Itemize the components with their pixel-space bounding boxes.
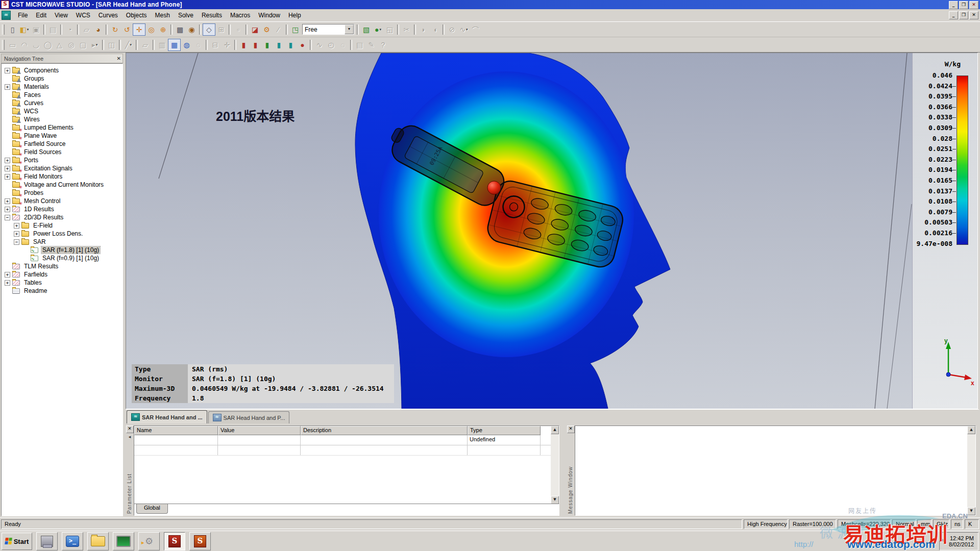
tree-item-voltage-and-current-monitors[interactable]: ✳Voltage and Current Monitors	[2, 181, 122, 189]
parameter-list-close-icon[interactable]: ✕	[126, 425, 134, 433]
mesh-cells-view-icon[interactable]: ▦	[168, 39, 181, 51]
scroll-down-icon[interactable]: ▼	[967, 507, 975, 515]
view-tab-sar-head-hand-and[interactable]: ≈SAR Head Hand and ...	[127, 410, 207, 423]
remote-desktop-launcher[interactable]	[113, 532, 134, 550]
expand-icon[interactable]: +	[5, 198, 10, 204]
scroll-down-icon[interactable]: ▼	[551, 496, 559, 504]
menu-results[interactable]: Results	[198, 10, 226, 20]
expand-icon[interactable]: +	[5, 174, 10, 180]
menu-help[interactable]: Help	[284, 10, 305, 20]
pan-view-icon[interactable]: ✛	[133, 23, 145, 36]
menu-file[interactable]: File	[14, 10, 32, 20]
macro-history-icon[interactable]: ◕	[92, 24, 104, 35]
expand-icon[interactable]: +	[5, 280, 10, 286]
combo-dropdown-icon[interactable]: ▼	[345, 24, 354, 34]
spin-view-icon[interactable]: ↺	[121, 24, 133, 35]
tree-item-curves[interactable]: Curves	[2, 99, 122, 107]
tree-item-materials[interactable]: +Materials	[2, 83, 122, 91]
parameter-list-collapse-icon[interactable]: ◂	[127, 434, 133, 440]
tree-item-readme[interactable]: Readme	[2, 287, 122, 295]
background-material-icon[interactable]: ◍	[181, 39, 192, 51]
tree-item-components[interactable]: +Components	[2, 66, 122, 74]
cst-studio-task-active[interactable]: S	[164, 532, 185, 550]
tree-item-excitation-signals[interactable]: +✳Excitation Signals	[2, 164, 122, 172]
tlm-solver-icon[interactable]: ▮	[250, 39, 261, 51]
column-header-value[interactable]: Value	[218, 426, 301, 435]
tree-item-tlm-results[interactable]: TLM Results	[2, 262, 122, 270]
column-header-type[interactable]: Type	[468, 426, 541, 435]
tree-item-plane-wave[interactable]: ✳Plane Wave	[2, 132, 122, 140]
tree-item-sar[interactable]: −SAR	[2, 238, 122, 246]
view-tab-sar-head-hand-and-p[interactable]: ≈SAR Head Hand and P...	[208, 411, 290, 423]
tree-item-probes[interactable]: ✳Probes	[2, 189, 122, 197]
scroll-up-icon[interactable]: ▲	[551, 426, 559, 434]
toolbar-grip[interactable]	[2, 24, 5, 35]
message-window-close-icon[interactable]: ✕	[567, 425, 575, 433]
menu-macros[interactable]: Macros	[226, 10, 254, 20]
tree-item-mesh-control[interactable]: +✳Mesh Control	[2, 197, 122, 205]
shaded-view-icon[interactable]: ◉	[186, 24, 198, 35]
toolbar-grip[interactable]	[2, 40, 5, 50]
maximize-button[interactable]: ❐	[959, 1, 968, 9]
parameter-table-row[interactable]: Undefined	[134, 435, 559, 445]
tree-item-wcs[interactable]: WCS	[2, 107, 122, 115]
eigenmode-solver-icon[interactable]: ▮	[273, 39, 285, 51]
collapse-icon[interactable]: −	[14, 239, 19, 245]
tree-item-ports[interactable]: +✳Ports	[2, 156, 122, 164]
material-color-icon[interactable]: ◪	[249, 24, 261, 35]
scroll-up-icon[interactable]: ▲	[967, 426, 975, 434]
column-header-name[interactable]: Name	[134, 426, 218, 435]
tree-item-sar-f-0-9-1-10g[interactable]: ∿SAR (f=0.9) [1] (10g)	[2, 254, 122, 262]
tree-item-tables[interactable]: +Tables	[2, 279, 122, 287]
file-explorer-launcher[interactable]	[87, 532, 109, 550]
new-file-icon[interactable]: ▯	[7, 24, 18, 35]
menu-edit[interactable]: Edit	[32, 10, 51, 20]
tree-item-2d-3d-results[interactable]: −2D/3D Results	[2, 213, 122, 221]
tree-item-faces[interactable]: Faces	[2, 91, 122, 99]
menu-curves[interactable]: Curves	[94, 10, 122, 20]
tree-item-wires[interactable]: Wires	[2, 115, 122, 123]
tree-item-groups[interactable]: Groups	[2, 74, 122, 83]
settings-tool-launcher[interactable]: ⚙	[138, 532, 160, 550]
tree-item-power-loss-dens[interactable]: +Power Loss Dens.	[2, 230, 122, 238]
tab-global[interactable]: Global	[136, 504, 168, 514]
menu-mesh[interactable]: Mesh	[151, 10, 174, 20]
cst-studio-task[interactable]: S	[189, 532, 211, 550]
powershell-launcher[interactable]: >_	[62, 532, 83, 550]
expand-icon[interactable]: +	[5, 158, 10, 163]
optimizer-icon[interactable]: ●	[297, 39, 308, 51]
transient-solver-icon[interactable]: ▮	[238, 39, 250, 51]
expand-icon[interactable]: +	[5, 68, 10, 73]
collapse-icon[interactable]: −	[5, 215, 10, 220]
local-wcs-icon[interactable]: ◳	[289, 24, 301, 35]
tree-item-e-field[interactable]: +E-Field	[2, 221, 122, 230]
menu-solve[interactable]: Solve	[174, 10, 198, 20]
menu-window[interactable]: Window	[254, 10, 284, 20]
create-brick-icon[interactable]: ▧	[360, 24, 372, 35]
start-button[interactable]: Start	[2, 533, 32, 550]
open-file-icon[interactable]: ◧▾	[18, 24, 30, 35]
solver-settings-icon[interactable]: ⚙	[261, 24, 273, 35]
menu-objects[interactable]: Objects	[122, 10, 151, 20]
menu-wcs[interactable]: WCS	[72, 10, 94, 20]
3d-viewport[interactable]: 09:25A	[126, 53, 978, 409]
pick-points-icon[interactable]: ◇	[203, 23, 215, 36]
dropdown-caret-icon[interactable]: ▾	[27, 28, 29, 32]
menu-view[interactable]: View	[51, 10, 72, 20]
dropdown-caret-icon[interactable]: ▾	[379, 28, 381, 32]
column-header-description[interactable]: Description	[301, 426, 468, 435]
expand-icon[interactable]: +	[14, 223, 19, 229]
zoom-in-icon[interactable]: ⊕	[157, 24, 169, 35]
tree-item-1d-results[interactable]: +1D Results	[2, 205, 122, 213]
expand-icon[interactable]: +	[5, 272, 10, 278]
close-button[interactable]: ✕	[969, 1, 978, 9]
expand-icon[interactable]: +	[5, 166, 10, 171]
expand-icon[interactable]: +	[5, 207, 10, 212]
parameter-table-scrollbar[interactable]: ▲ ▼	[551, 426, 559, 504]
expand-icon[interactable]: +	[14, 231, 19, 237]
mdi-restore-button[interactable]: ❐	[959, 11, 968, 19]
tree-item-sar-f-1-8-1-10g[interactable]: ∿SAR (f=1.8) [1] (10g)	[2, 246, 122, 254]
tree-item-field-sources[interactable]: ✳Field Sources	[2, 148, 122, 156]
message-window-scrollbar[interactable]: ▲ ▼	[967, 426, 975, 515]
rotate-view-icon[interactable]: ↻	[109, 24, 121, 35]
